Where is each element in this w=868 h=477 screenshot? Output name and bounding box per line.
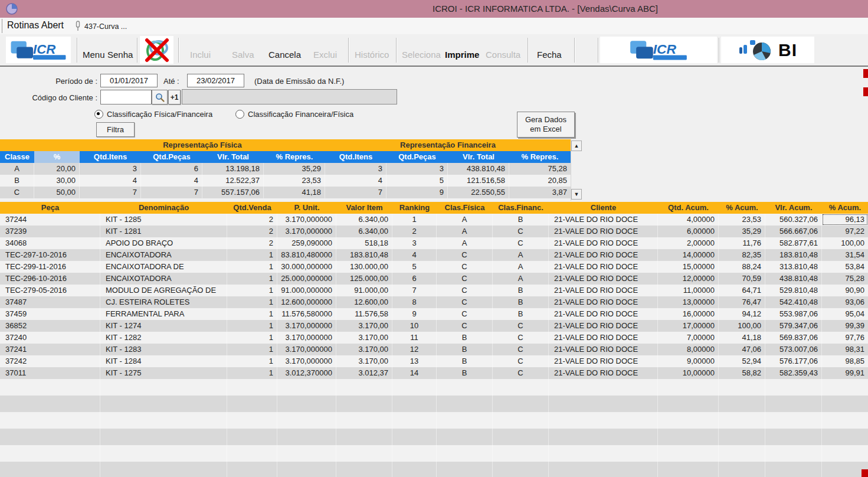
cell[interactable]: 35,29 (719, 226, 765, 237)
cell[interactable]: 97,22 (822, 226, 868, 237)
cell[interactable]: B (437, 367, 493, 379)
cell[interactable]: A (493, 261, 549, 273)
cell[interactable]: 21-VALE DO RIO DOCE (549, 273, 658, 285)
column-header[interactable]: % (34, 151, 80, 163)
cell[interactable]: 16,00000 (658, 308, 719, 320)
cancela-button[interactable]: Cancela (268, 50, 301, 60)
cell[interactable]: 30,00 (34, 175, 80, 187)
table-row[interactable]: 37244KIT - 128523.170,0000006.340,001AB2… (0, 214, 868, 226)
cell[interactable]: TEC-299-11-2016 (0, 261, 100, 273)
cell[interactable]: 11 (392, 332, 437, 344)
cell[interactable]: 76,47 (719, 296, 765, 308)
cell[interactable]: 4 (141, 175, 202, 187)
pin-icon[interactable] (74, 21, 81, 31)
cell[interactable]: 14 (392, 367, 437, 379)
cell[interactable]: 3.170,000000 (277, 355, 336, 367)
cell[interactable]: 529.810,48 (765, 285, 822, 296)
cell[interactable]: 3 (325, 163, 386, 175)
cell[interactable]: 569.837,06 (765, 332, 822, 344)
table-row[interactable]: 37487CJ. ESTEIRA ROLETES112.600,00000012… (0, 296, 868, 308)
cell[interactable]: 13 (392, 355, 437, 367)
cell[interactable]: 37242 (0, 355, 100, 367)
cell[interactable]: 15,00000 (658, 261, 719, 273)
cell[interactable]: 1 (227, 355, 277, 367)
cell[interactable]: 21-VALE DO RIO DOCE (549, 320, 658, 332)
cell[interactable]: 82,35 (719, 249, 765, 261)
cell[interactable]: C (493, 237, 549, 249)
cell[interactable]: 12.600,000000 (277, 296, 336, 308)
cell[interactable]: 100,00 (719, 320, 765, 332)
column-header[interactable]: Qtd.Peças (386, 151, 448, 163)
cell[interactable]: APOIO DO BRAÇO (100, 237, 227, 249)
cell[interactable]: 37241 (0, 344, 100, 355)
cell[interactable]: KIT - 1285 (100, 214, 227, 226)
salva-button[interactable]: Salva (232, 50, 254, 60)
cell[interactable]: 31,54 (822, 249, 868, 261)
cell[interactable]: 5 (392, 261, 437, 273)
cell[interactable]: 37240 (0, 332, 100, 344)
cell[interactable]: 557.157,06 (202, 187, 264, 198)
summary-scrollbar[interactable]: ▲ ▼ (571, 139, 582, 201)
cell[interactable]: 93,06 (822, 296, 868, 308)
cell[interactable]: 9,00000 (658, 355, 719, 367)
cell[interactable]: 75,28 (822, 273, 868, 285)
cell[interactable]: 1 (227, 285, 277, 296)
cell[interactable]: 21-VALE DO RIO DOCE (549, 332, 658, 344)
cell[interactable]: 1 (227, 320, 277, 332)
cell[interactable]: 183.810,48 (765, 249, 822, 261)
cell[interactable]: 100,00 (822, 237, 868, 249)
column-header[interactable]: Valor Item (336, 202, 392, 214)
cell[interactable]: 3,87 (509, 187, 571, 198)
column-header[interactable]: Qtd. Acum. (658, 202, 719, 214)
cell[interactable]: 1 (227, 296, 277, 308)
icr-logo-button[interactable]: ICR (600, 37, 717, 63)
cell[interactable]: 20,85 (509, 175, 571, 187)
cell[interactable]: 3.170,00 (336, 320, 392, 332)
cell[interactable]: 98,85 (822, 355, 868, 367)
cell[interactable]: 21-VALE DO RIO DOCE (549, 214, 658, 226)
cell[interactable]: 13.198,18 (202, 163, 264, 175)
cell[interactable]: 98,31 (822, 344, 868, 355)
exclui-button[interactable]: Exclui (313, 50, 337, 60)
table-row[interactable]: 37240KIT - 128213.170,0000003.170,0011BC… (0, 332, 868, 344)
cell[interactable]: 2,00000 (658, 237, 719, 249)
cell[interactable]: 3.012,370000 (277, 367, 336, 379)
cell[interactable]: C (493, 332, 549, 344)
cell[interactable]: B (493, 214, 549, 226)
cell[interactable]: 3.170,00 (336, 355, 392, 367)
ate-input[interactable] (187, 74, 244, 87)
cell[interactable]: 21-VALE DO RIO DOCE (549, 308, 658, 320)
cell[interactable]: 12.522,37 (202, 175, 264, 187)
cell[interactable]: 125.000,00 (336, 273, 392, 285)
cell[interactable]: CJ. ESTEIRA ROLETES (100, 296, 227, 308)
cell[interactable]: 14,00000 (658, 249, 719, 261)
cell[interactable]: 1 (227, 367, 277, 379)
cell[interactable]: 50,00 (34, 187, 80, 198)
cell[interactable]: 1 (392, 214, 437, 226)
column-header[interactable]: % Acum. (719, 202, 765, 214)
cell[interactable]: 4,00000 (658, 214, 719, 226)
cell[interactable]: C (437, 273, 493, 285)
cell[interactable]: 3.170,000000 (277, 332, 336, 344)
cell[interactable]: 6 (141, 163, 202, 175)
cell[interactable]: KIT - 1281 (100, 226, 227, 237)
cell[interactable]: 3.170,000000 (277, 320, 336, 332)
cell[interactable]: 2 (227, 237, 277, 249)
cell[interactable]: 75,28 (509, 163, 571, 175)
cell[interactable]: 313.810,48 (765, 261, 822, 273)
column-header[interactable]: P. Unit. (277, 202, 336, 214)
cell[interactable]: 21-VALE DO RIO DOCE (549, 226, 658, 237)
inclui-button[interactable]: Inclui (190, 50, 211, 60)
cell[interactable]: 41,18 (264, 187, 325, 198)
column-header[interactable]: Vlr. Acum. (765, 202, 822, 214)
cell[interactable]: A (437, 226, 493, 237)
cell[interactable]: C (493, 367, 549, 379)
cell[interactable]: 553.987,06 (765, 308, 822, 320)
cell[interactable]: C (437, 308, 493, 320)
cell[interactable]: KIT - 1282 (100, 332, 227, 344)
cell[interactable]: 99,39 (822, 320, 868, 332)
menu-button[interactable]: Menu (83, 50, 105, 60)
cell[interactable]: C (437, 261, 493, 273)
cell[interactable]: 21-VALE DO RIO DOCE (549, 344, 658, 355)
table-row[interactable]: 37239KIT - 128123.170,0000006.340,002AC2… (0, 226, 868, 237)
